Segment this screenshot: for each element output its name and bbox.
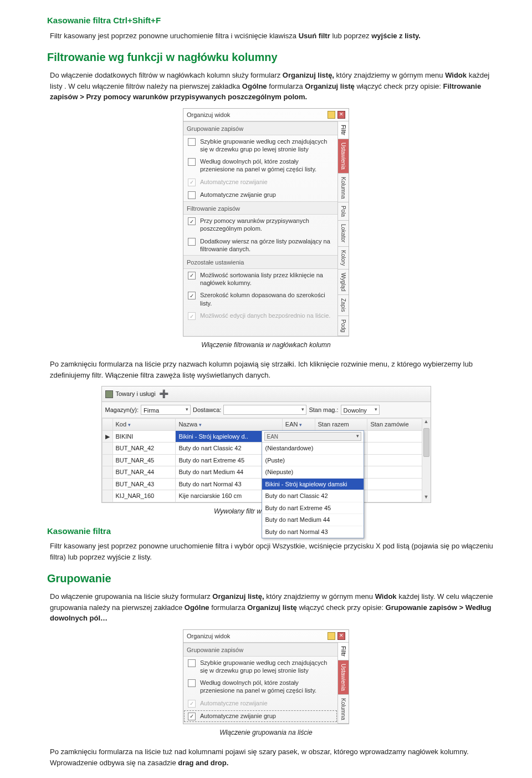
tab-ustawienia[interactable]: Ustawienia: [338, 139, 349, 174]
magazyn-select[interactable]: Firma: [141, 405, 191, 415]
window-title: Towary i usługi: [116, 389, 156, 399]
text: Po zamknięciu formularza na liście tuż n…: [50, 748, 469, 767]
text: . W celu włączenie filtrów należy na pie…: [64, 82, 242, 90]
column-filter-dropdown[interactable]: EAN (Niestandardowe)(Puste)(Niepuste)Bik…: [262, 430, 364, 538]
text-bold: Widok: [445, 71, 467, 79]
pin-icon[interactable]: [328, 632, 335, 640]
close-icon[interactable]: [337, 632, 345, 640]
checkbox-icon[interactable]: [188, 238, 196, 246]
option-row-selected[interactable]: Automatyczne zwijanie grup: [183, 710, 337, 723]
dostawca-select[interactable]: [223, 405, 306, 415]
dropdown-item[interactable]: Bikini - Strój kąpielowy damski: [262, 479, 364, 491]
text-bold: Organizuj listę: [305, 82, 355, 90]
text: formularza: [269, 82, 305, 90]
tab-filtr[interactable]: Filtr: [338, 643, 349, 660]
organize-view-panel-short: Organizuj widok Grupowanie zapisów Szybk…: [183, 629, 349, 725]
option-row[interactable]: Przy pomocy warunków przypisywanych posz…: [183, 215, 337, 235]
option-row[interactable]: Według dowolnych pól, które zostały prze…: [183, 155, 337, 176]
text-bold: Widok: [375, 592, 397, 601]
col-stanrazem[interactable]: Stan razem: [315, 419, 367, 431]
stan-select[interactable]: Dowolny: [341, 405, 380, 415]
checkbox-icon: [188, 179, 196, 186]
dropdown-item[interactable]: Buty do nart Classic 42: [262, 490, 364, 502]
option-label: Automatyczne zwijanie grup: [200, 712, 333, 720]
products-window: Towary i usługi ➕ Magazyn(y): Firma Dost…: [101, 386, 431, 503]
text-bold: Organizuj listę: [247, 603, 297, 612]
dropdown-item[interactable]: Buty do nart Extreme 45: [262, 502, 364, 515]
option-label: Automatyczne zwijanie grup: [200, 191, 333, 199]
text: który znajdziemy w górnym menu: [336, 71, 446, 79]
option-label: Możliwość edycji danych bezpośrednio na …: [200, 312, 333, 319]
checkbox-icon[interactable]: [188, 713, 196, 720]
dropdown-item[interactable]: Buty do nart Normal 43: [262, 526, 364, 538]
tab-kolory[interactable]: Kolory: [338, 247, 349, 269]
heading-kasowanie-shortcut: Kasowanie filtra Ctrl+Shift+F: [47, 14, 496, 27]
option-label: Automatyczne rozwijanie: [200, 178, 333, 186]
checkbox-icon[interactable]: [188, 158, 196, 166]
text-bold: drag and drop.: [178, 759, 228, 767]
option-row[interactable]: Według dowolnych pól, które zostały prze…: [183, 677, 337, 697]
checkbox-icon[interactable]: [188, 138, 196, 146]
dropdown-search[interactable]: EAN: [267, 433, 279, 441]
text: formularza: [211, 603, 247, 612]
option-label: Przy pomocy warunków przypisywanych posz…: [200, 217, 333, 233]
col-ean[interactable]: EAN: [282, 419, 315, 431]
col-nazwa[interactable]: Nazwa: [176, 419, 282, 431]
scroll-down-icon[interactable]: ▼: [422, 494, 431, 502]
option-row[interactable]: Automatyczne zwijanie grup: [183, 189, 337, 201]
option-label: Według dowolnych pól, które zostały prze…: [200, 679, 333, 695]
close-icon[interactable]: [337, 111, 345, 119]
scrollbar-vertical[interactable]: ▲ ▼: [422, 418, 431, 502]
checkbox-icon[interactable]: [188, 659, 196, 667]
checkbox-icon[interactable]: [188, 217, 196, 225]
text-bold: Usuń filtr: [299, 32, 330, 40]
option-row[interactable]: Szerokość kolumn dopasowana do szerokośc…: [183, 289, 337, 309]
checkbox-icon[interactable]: [188, 679, 196, 687]
col-indicator: [102, 419, 112, 431]
option-label: Szerokość kolumn dopasowana do szerokośc…: [200, 291, 333, 307]
organize-view-panel: Organizuj widok Grupowanie zapisów Szybk…: [183, 108, 349, 337]
checkbox-icon[interactable]: [188, 292, 196, 299]
tab-podg[interactable]: Podg: [338, 316, 349, 336]
dropdown-item[interactable]: (Niestandardowe): [262, 443, 364, 455]
tab-pola[interactable]: Pola: [338, 202, 349, 221]
option-row[interactable]: Szybkie grupowanie według cech znajdując…: [183, 657, 337, 677]
tab-kolumna[interactable]: Kolumna: [338, 695, 349, 724]
dropdown-item[interactable]: Buty do nart Medium 44: [262, 514, 364, 526]
text: Do włączenie dodatkowych filtrów w nagłó…: [50, 71, 283, 79]
scroll-thumb[interactable]: [423, 428, 429, 457]
tab-ustawienia[interactable]: Ustawienia: [338, 660, 349, 695]
text: Do włączenie grupowania na liście służy …: [50, 592, 212, 601]
option-row[interactable]: Szybkie grupowanie według cech znajdując…: [183, 135, 337, 156]
paragraph-filtrowanie-1: Do włączenie dodatkowych filtrów w nagłó…: [50, 70, 496, 103]
checkbox-icon[interactable]: [188, 191, 196, 199]
add-icon[interactable]: ➕: [159, 388, 168, 400]
paragraph-filtrowanie-2: Po zamknięciu formularza na liście przy …: [50, 359, 496, 380]
heading-grupowanie: Grupowanie: [47, 570, 496, 587]
tab-filtr[interactable]: Filtr: [338, 121, 349, 139]
dropdown-item[interactable]: (Niepuste): [262, 466, 364, 479]
pin-icon[interactable]: [328, 111, 335, 119]
section-grupowanie: Grupowanie zapisów: [183, 643, 337, 657]
scroll-up-icon[interactable]: ▲: [422, 418, 431, 427]
dropdown-item[interactable]: (Puste): [262, 455, 364, 467]
tab-wyglad[interactable]: Wygląd: [338, 269, 349, 295]
col-stanzam[interactable]: Stan zamówie: [367, 419, 430, 431]
paragraph-kasowanie-1: Filtr kasowany jest poprzez ponowne uruc…: [50, 30, 496, 42]
option-row[interactable]: Możliwość sortowania listy przez kliknię…: [183, 269, 337, 289]
tab-kolumna[interactable]: Kolumna: [338, 174, 349, 202]
tab-lokator[interactable]: Lokator: [338, 221, 349, 246]
col-kod[interactable]: Kod: [112, 419, 176, 431]
tab-zapis[interactable]: Zapis: [338, 295, 349, 316]
panel-title: Organizuj widok: [187, 110, 328, 120]
text: lub poprzez: [332, 32, 371, 40]
checkbox-icon[interactable]: [188, 272, 196, 279]
text: Filtr kasowany jest poprzez ponowne uruc…: [50, 32, 299, 40]
label-dostawca: Dostawca:: [193, 405, 221, 415]
option-row[interactable]: Dodatkowy wiersz na górze listy pozwalaj…: [183, 235, 337, 256]
panel-title: Organizuj widok: [187, 632, 328, 641]
option-label: Szybkie grupowanie według cech znajdując…: [200, 138, 333, 154]
label-stan: Stan mag.:: [309, 405, 338, 415]
option-label: Szybkie grupowanie według cech znajdując…: [200, 659, 333, 675]
text-bold: wyjście z listy.: [371, 32, 421, 40]
